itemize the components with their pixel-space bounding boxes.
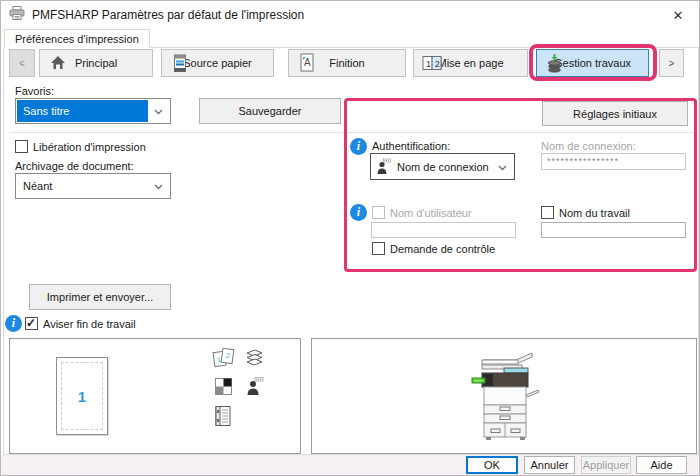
paper-stack-icon bbox=[243, 348, 265, 372]
chevron-down-icon bbox=[154, 180, 163, 192]
printer-illustration bbox=[470, 347, 542, 451]
info-icon bbox=[350, 138, 367, 155]
scroll-tabs-left-button[interactable]: < bbox=[9, 49, 35, 77]
print-release-checkbox[interactable]: Libération d'impression bbox=[15, 140, 146, 153]
save-favorites-button[interactable]: Sauvegarder bbox=[199, 98, 341, 124]
review-request-checkbox[interactable]: Demande de contrôle bbox=[372, 242, 495, 255]
page-number: 1 bbox=[78, 388, 86, 405]
cancel-button[interactable]: Annuler bbox=[524, 456, 575, 474]
checkbox-label: Demande de contrôle bbox=[390, 243, 495, 255]
user-badge-icon bbox=[376, 158, 391, 175]
scroll-tabs-right-button[interactable]: > bbox=[659, 49, 684, 77]
authentication-select[interactable]: Nom de connexion bbox=[370, 153, 515, 180]
printer-preview-panel bbox=[311, 338, 697, 454]
tab-gestion-travaux[interactable]: Gestion travaux bbox=[536, 49, 649, 77]
chevron-down-icon bbox=[154, 105, 163, 117]
booklet-icon bbox=[214, 405, 233, 432]
document-filing-label: Archivage de document: bbox=[15, 160, 134, 172]
tab-mise-en-page[interactable]: 12 Mise en page bbox=[413, 49, 528, 77]
tab-label: Source papier bbox=[183, 57, 252, 69]
authentication-label: Authentification: bbox=[372, 140, 450, 152]
svg-text:A: A bbox=[304, 57, 311, 68]
checkbox-box bbox=[372, 206, 385, 219]
job-name-checkbox[interactable]: Nom du travail bbox=[541, 206, 630, 219]
page-margins: 1 bbox=[61, 362, 103, 430]
checkbox-label: Libération d'impression bbox=[33, 141, 146, 153]
page-preview: 1 bbox=[56, 357, 108, 435]
tab-label: Finition bbox=[329, 57, 364, 69]
job-name-field[interactable] bbox=[541, 222, 686, 238]
checkbox-box bbox=[25, 317, 38, 330]
job-handling-icon bbox=[545, 53, 565, 73]
user-badge-icon bbox=[246, 376, 264, 400]
ok-button[interactable]: OK bbox=[466, 456, 518, 474]
home-icon bbox=[48, 53, 68, 73]
window-title: PMFSHARP Paramètres par défaut de l'impr… bbox=[32, 8, 304, 22]
titlebar: PMFSHARP Paramètres par défaut de l'impr… bbox=[1, 1, 699, 29]
close-icon[interactable]: ✕ bbox=[657, 1, 699, 29]
paper-source-icon bbox=[170, 53, 190, 73]
favorites-label: Favoris: bbox=[15, 85, 54, 97]
checkbox-label: Nom d'utilisateur bbox=[390, 207, 472, 219]
user-name-field bbox=[371, 222, 516, 238]
checkbox-box bbox=[372, 242, 385, 255]
user-name-checkbox: Nom d'utilisateur bbox=[372, 206, 472, 219]
section-divider bbox=[9, 132, 695, 133]
login-name-field: **************** bbox=[541, 153, 686, 170]
favorites-select[interactable]: Sans titre bbox=[15, 98, 171, 124]
tab-label: Mise en page bbox=[437, 57, 503, 69]
tab-preferences-impression[interactable]: Préférences d'impression bbox=[4, 29, 150, 48]
document-filing-value: Néant bbox=[23, 180, 52, 192]
help-button[interactable]: Aide bbox=[636, 456, 687, 474]
checkbox-label: Aviser fin de travail bbox=[43, 318, 136, 330]
print-preferences-dialog: PMFSHARP Paramètres par défaut de l'impr… bbox=[0, 0, 700, 476]
favorites-selected-value: Sans titre bbox=[17, 100, 148, 122]
tab-finition[interactable]: A Finition bbox=[288, 49, 406, 77]
authentication-value: Nom de connexion bbox=[397, 161, 489, 173]
info-icon bbox=[350, 204, 367, 221]
page-layout-icon: 12 bbox=[422, 53, 442, 73]
two-pages-icon: 12 bbox=[212, 347, 236, 375]
tab-label: Principal bbox=[75, 57, 117, 69]
svg-text:2: 2 bbox=[435, 59, 440, 69]
checkbox-box bbox=[541, 206, 554, 219]
initial-settings-button[interactable]: Réglages initiaux bbox=[542, 101, 688, 126]
checkbox-box bbox=[15, 140, 28, 153]
tab-source-papier[interactable]: Source papier bbox=[161, 49, 274, 77]
printer-icon bbox=[9, 6, 25, 24]
notify-job-end-checkbox[interactable]: Aviser fin de travail bbox=[25, 317, 136, 330]
info-icon bbox=[5, 315, 22, 332]
login-name-label: Nom de connexion: bbox=[541, 140, 636, 152]
checkbox-label: Nom du travail bbox=[559, 207, 630, 219]
document-filing-select[interactable]: Néant bbox=[15, 173, 171, 199]
finishing-icon: A bbox=[297, 53, 317, 73]
grayscale-icon bbox=[215, 378, 232, 399]
chevron-down-icon bbox=[498, 161, 507, 173]
print-and-send-button[interactable]: Imprimer et envoyer... bbox=[29, 284, 171, 310]
print-settings-preview-panel: 1 12 bbox=[9, 338, 301, 454]
svg-text:1: 1 bbox=[426, 59, 431, 69]
tab-label: Gestion travaux bbox=[554, 57, 631, 69]
tab-principal[interactable]: Principal bbox=[39, 49, 153, 77]
apply-button: Appliquer bbox=[581, 456, 631, 474]
